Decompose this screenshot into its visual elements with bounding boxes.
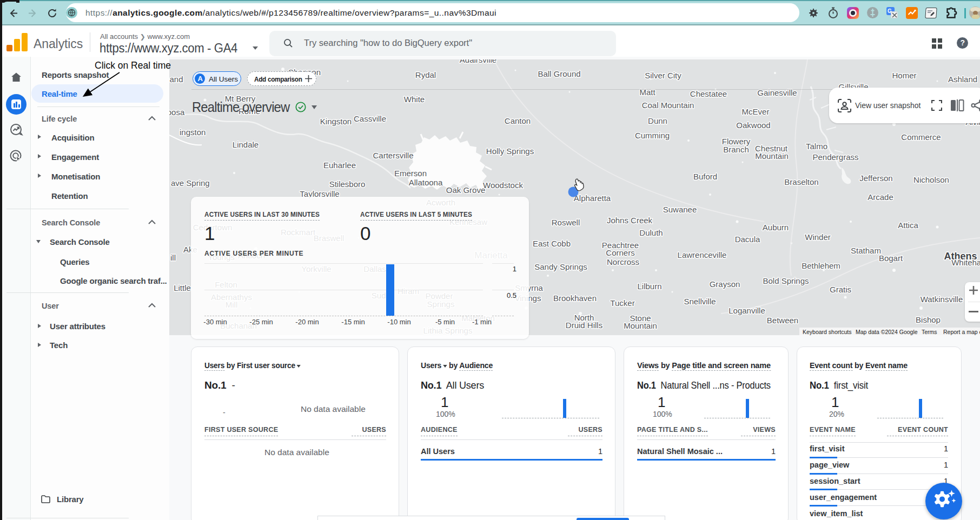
svg-text:Lindale: Lindale [233,140,259,149]
svg-text:Mountain: Mountain [755,151,789,161]
svg-text:Talmo: Talmo [806,142,827,151]
svg-text:Commerce: Commerce [901,132,941,142]
svg-text:Statham: Statham [851,246,881,255]
svg-text:Ball Ground: Ball Ground [538,69,580,78]
svg-text:ave Spring: ave Spring [171,178,210,188]
svg-text:Chestatee: Chestatee [690,89,727,98]
svg-text:White: White [404,95,425,104]
svg-text:Euharlee: Euharlee [323,161,356,170]
svg-text:Coal Mountain: Coal Mountain [642,101,694,110]
svg-text:Snellville: Snellville [684,297,716,306]
svg-text:Winder: Winder [805,232,831,242]
svg-text:Ashland: Ashland [948,75,977,84]
svg-text:Norcross: Norcross [607,257,639,266]
svg-text:Braselton: Braselton [784,177,818,186]
svg-text:Duluth: Duluth [639,228,663,237]
svg-text:McEver: McEver [742,107,770,116]
svg-text:Lawrenceville: Lawrenceville [678,250,727,259]
svg-text:Dunn: Dunn [648,116,667,125]
svg-text:ill: ill [170,253,176,262]
svg-text:Cumming: Cumming [635,131,670,140]
svg-text:Kingston: Kingston [320,117,352,126]
svg-text:Between: Between [767,316,798,325]
svg-text:Loganville: Loganville [729,306,765,315]
svg-text:ingston: ingston [180,128,206,137]
svg-text:Homer: Homer [892,71,916,80]
svg-text:Silver City: Silver City [645,71,681,80]
svg-text:and: and [169,75,183,84]
svg-text:Lilburn: Lilburn [637,282,661,291]
svg-text:Gratis: Gratis [830,285,851,294]
svg-text:Sandy Springs: Sandy Springs [534,262,587,271]
svg-text:Buford: Buford [693,172,717,181]
svg-text:Oakwood: Oakwood [736,121,770,130]
svg-text:Whitehall: Whitehall [951,258,980,267]
svg-text:East Cobb: East Cobb [533,239,571,248]
svg-text:Pendergrass: Pendergrass [812,152,858,162]
svg-text:Nicholson: Nicholson [913,175,949,184]
svg-text:Grayson: Grayson [710,279,740,289]
svg-text:Attica: Attica [898,221,918,230]
svg-text:Auburn: Auburn [763,223,789,232]
svg-text:Bethlehem: Bethlehem [802,261,840,270]
svg-text:Alpharetta: Alpharetta [574,194,611,203]
svg-text:Johns Creek: Johns Creek [607,216,653,225]
svg-text:Suwanee: Suwanee [663,205,697,214]
svg-text:Rydal: Rydal [415,70,436,79]
svg-text:oosa: oosa [169,108,185,117]
svg-text:Druid Hills: Druid Hills [566,321,602,330]
svg-text:Adairsville: Adairsville [460,59,496,64]
svg-text:Holly Springs: Holly Springs [486,146,534,156]
svg-text:Dacula: Dacula [735,235,760,244]
svg-text:Little: Little [174,283,191,292]
svg-text:Jefferson: Jefferson [859,174,892,183]
svg-text:Bishop: Bishop [916,315,941,324]
svg-text:Tucker: Tucker [610,298,634,308]
svg-text:Arcade: Arcade [868,192,893,202]
svg-text:Brookhaven: Brookhaven [553,294,597,303]
svg-text:Branch: Branch [723,145,749,154]
svg-text:Allatoona: Allatoona [409,178,443,187]
svg-text:Roswell: Roswell [552,218,580,227]
svg-text:Canton: Canton [505,116,531,125]
svg-text:Emerson: Emerson [394,169,427,178]
svg-text:Cartersville: Cartersville [373,151,413,160]
svg-text:Bogart: Bogart [879,254,903,263]
svg-text:Bold Springs: Bold Springs [763,276,809,285]
svg-text:Woodstock: Woodstock [483,181,523,190]
svg-text:Oak Grove: Oak Grove [446,185,486,195]
svg-text:Stilesboro: Stilesboro [329,179,366,189]
svg-text:Corners: Corners [606,248,634,257]
svg-text:Mountain: Mountain [624,321,657,330]
svg-text:Cassville: Cassville [354,114,386,123]
svg-text:Watkinsville: Watkinsville [921,295,963,304]
